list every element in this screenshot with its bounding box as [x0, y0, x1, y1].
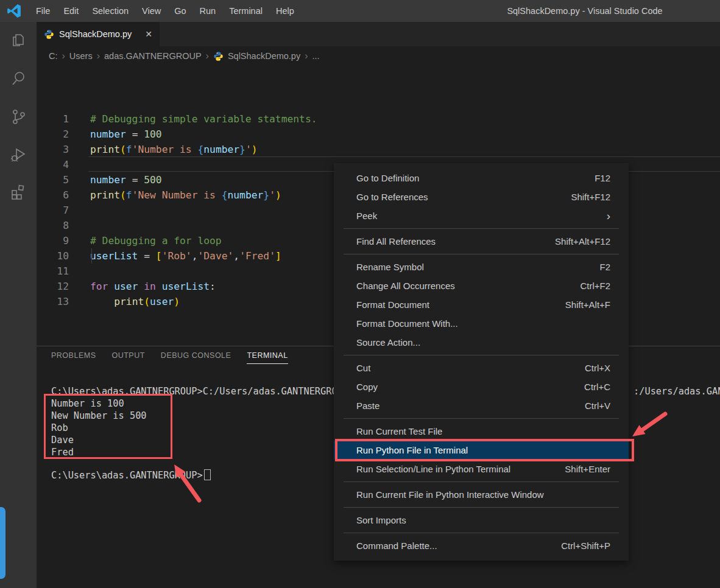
- run-debug-icon[interactable]: [0, 135, 37, 173]
- menu-shortcut: F2: [599, 262, 610, 272]
- indent-guide: [91, 248, 92, 264]
- panel-tab-debug-console[interactable]: DEBUG CONSOLE: [161, 351, 231, 363]
- menu-shortcut: Shift+Alt+F: [565, 299, 610, 310]
- menu-separator: [344, 228, 619, 229]
- breadcrumb-separator-icon: ›: [62, 51, 65, 61]
- menu-separator: [344, 254, 619, 254]
- menu-item-run-current-test-file[interactable]: Run Current Test File: [334, 422, 629, 441]
- menu-separator: [344, 418, 619, 419]
- vscode-logo-icon: [7, 4, 21, 18]
- line-number: 5: [37, 172, 69, 187]
- menu-item-format-document-with[interactable]: Format Document With...: [334, 314, 629, 333]
- code-text: # Debugging simple variable statments.: [69, 111, 317, 127]
- breadcrumb-item-sqlshackdemo-py[interactable]: SqlShackDemo.py: [228, 51, 300, 61]
- menu-shortcut: F12: [595, 173, 610, 183]
- menu-item-rename-symbol[interactable]: Rename SymbolF2: [334, 257, 629, 276]
- breadcrumb-item-adas-gantnergroup[interactable]: adas.GANTNERGROUP: [104, 51, 202, 61]
- menu-item-find-all-references[interactable]: Find All ReferencesShift+Alt+F12: [334, 232, 629, 251]
- menu-item-command-palette[interactable]: Command Palette...Ctrl+Shift+P: [334, 536, 629, 555]
- tab-close-icon[interactable]: ✕: [145, 29, 152, 39]
- menu-item-go-to-references[interactable]: Go to ReferencesShift+F12: [334, 187, 629, 206]
- search-icon[interactable]: [0, 60, 37, 97]
- code-line-3[interactable]: 3print(f'Number is {number}'): [37, 142, 720, 157]
- menubar-item-help[interactable]: Help: [269, 0, 301, 22]
- terminal-line: :/Users/adas.GANT: [634, 385, 720, 397]
- menu-separator: [344, 481, 619, 482]
- menu-shortcut: Ctrl+V: [585, 401, 610, 411]
- files-icon[interactable]: [0, 22, 37, 60]
- menu-shortcut: Ctrl+X: [585, 363, 610, 373]
- extensions-icon[interactable]: [0, 173, 37, 211]
- activity-blue-badge: [0, 507, 5, 579]
- breadcrumb-separator-icon: ›: [206, 51, 209, 61]
- tab-sqlshackdemo[interactable]: SqlShackDemo.py ✕: [37, 22, 160, 46]
- breadcrumb-item-users[interactable]: Users: [69, 51, 93, 61]
- terminal-cursor: [204, 469, 211, 480]
- breadcrumb-separator-icon: ›: [305, 51, 308, 61]
- line-number: 1: [37, 111, 69, 127]
- line-number: 13: [37, 294, 69, 309]
- submenu-arrow-icon: ›: [607, 210, 610, 222]
- source-control-icon[interactable]: [0, 97, 37, 135]
- menubar-item-selection[interactable]: Selection: [85, 0, 135, 22]
- code-text: [69, 218, 90, 233]
- menu-separator: [344, 355, 619, 355]
- line-number: 12: [37, 279, 69, 294]
- menu-shortcut: Ctrl+Shift+P: [561, 541, 610, 551]
- tab-label: SqlShackDemo.py: [59, 29, 132, 39]
- breadcrumb-item-c[interactable]: C:: [49, 51, 58, 61]
- line-number: 2: [37, 127, 69, 142]
- menubar-item-terminal[interactable]: Terminal: [222, 0, 269, 22]
- annotation-box-output: [44, 394, 172, 459]
- menubar-item-run[interactable]: Run: [193, 0, 223, 22]
- menubar-item-view[interactable]: View: [135, 0, 168, 22]
- activity-bar: [0, 22, 37, 588]
- code-text: # Debugging a for loop: [69, 233, 222, 248]
- menu-separator: [344, 533, 619, 533]
- title-bar: FileEditSelectionViewGoRunTerminalHelp S…: [0, 0, 720, 22]
- code-line-1[interactable]: 1# Debugging simple variable statments.: [37, 111, 720, 127]
- menu-item-change-all-occurrences[interactable]: Change All OccurrencesCtrl+F2: [334, 276, 629, 295]
- code-text: print(f'New Number is {number}'): [69, 187, 281, 203]
- code-line-2[interactable]: 2number = 100: [37, 127, 720, 142]
- menu-item-copy[interactable]: CopyCtrl+C: [334, 377, 629, 396]
- code-text: print(f'Number is {number}'): [69, 142, 258, 157]
- menu-item-run-current-file-in-python-interactive-window[interactable]: Run Current File in Python Interactive W…: [334, 485, 629, 504]
- menu-shortcut: Ctrl+C: [584, 382, 610, 392]
- menu-shortcut: Shift+Enter: [565, 464, 610, 474]
- menu-item-paste[interactable]: PasteCtrl+V: [334, 396, 629, 415]
- menu-item-sort-imports[interactable]: Sort Imports: [334, 511, 629, 530]
- breadcrumb-separator-icon: ›: [97, 51, 100, 61]
- menubar-item-go[interactable]: Go: [168, 0, 192, 22]
- menu-shortcut: Ctrl+F2: [580, 281, 610, 291]
- menu-item-cut[interactable]: CutCtrl+X: [334, 359, 629, 377]
- line-number: 8: [37, 218, 69, 233]
- line-number: 10: [37, 248, 69, 264]
- menu-item-source-action[interactable]: Source Action...: [334, 333, 629, 352]
- editor-tab-bar: SqlShackDemo.py ✕: [37, 22, 720, 46]
- panel-tab-terminal[interactable]: TERMINAL: [247, 351, 288, 364]
- editor-context-menu: Go to DefinitionF12Go to ReferencesShift…: [334, 163, 629, 561]
- menubar: FileEditSelectionViewGoRunTerminalHelp: [29, 0, 301, 22]
- menu-item-run-selection-line-in-python-terminal[interactable]: Run Selection/Line in Python TerminalShi…: [334, 460, 629, 478]
- breadcrumb-item-[interactable]: ...: [312, 51, 320, 61]
- menu-item-format-document[interactable]: Format DocumentShift+Alt+F: [334, 295, 629, 314]
- line-number: 9: [37, 233, 69, 248]
- menu-item-peek[interactable]: Peek›: [334, 206, 629, 225]
- code-text: for user in userList:: [69, 279, 216, 294]
- menu-item-run-python-file-in-terminal[interactable]: Run Python File in Terminal: [334, 441, 629, 460]
- menu-shortcut: Shift+Alt+F12: [555, 236, 610, 247]
- line-number: 4: [37, 157, 69, 172]
- code-text: [69, 264, 90, 279]
- menu-item-go-to-definition[interactable]: Go to DefinitionF12: [334, 169, 629, 187]
- line-number: 11: [37, 264, 69, 279]
- code-text: number = 500: [69, 172, 162, 187]
- menubar-item-edit[interactable]: Edit: [57, 0, 85, 22]
- code-text: [69, 203, 90, 218]
- line-number: 3: [37, 142, 69, 157]
- line-number: 7: [37, 203, 69, 218]
- panel-tab-output[interactable]: OUTPUT: [111, 351, 144, 363]
- menubar-item-file[interactable]: File: [29, 0, 57, 22]
- panel-tab-problems[interactable]: PROBLEMS: [51, 351, 96, 363]
- breadcrumb: C:›Users›adas.GANTNERGROUP›SqlShackDemo.…: [37, 46, 720, 66]
